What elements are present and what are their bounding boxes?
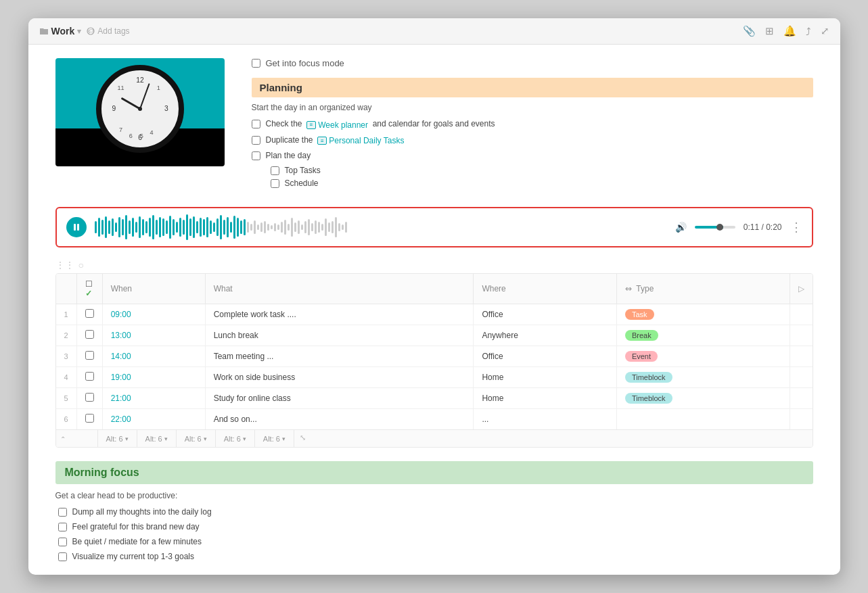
clock-numbers: 12 3 6 9 1 11 7 6 5 4 (101, 70, 179, 147)
volume-slider[interactable] (695, 226, 735, 229)
waveform-bar (139, 216, 141, 238)
waveform-bar (186, 214, 188, 240)
footer-cell-2[interactable]: Alt: 6 ▾ (137, 430, 177, 447)
morning-item-label: Visualize my current top 1-3 goals (72, 552, 195, 561)
th-where: Where (474, 274, 616, 304)
planning-check-3[interactable] (252, 151, 260, 160)
waveform-bar (95, 221, 97, 233)
row-what: Work on side business (205, 367, 474, 388)
svg-text:3: 3 (164, 105, 168, 112)
row-number: 3 (56, 346, 77, 367)
sub-check-top-tasks[interactable] (271, 166, 279, 175)
svg-text:9: 9 (112, 105, 116, 112)
row-when: 13:00 (102, 325, 205, 346)
morning-item-label: Feel grateful for this brand new day (72, 522, 200, 531)
morning-item: Visualize my current top 1-3 goals (58, 552, 813, 561)
volume-icon[interactable]: 🔊 (675, 222, 687, 233)
planning-check-2[interactable] (252, 136, 260, 145)
share-icon[interactable]: ⤴ (806, 26, 811, 37)
focus-mode-checkbox[interactable] (252, 59, 260, 68)
row-checkbox[interactable] (85, 351, 94, 360)
tag-icon: 🏷 (87, 27, 95, 35)
waveform-bar (277, 224, 279, 230)
document-title[interactable]: Work ▾ (39, 26, 82, 37)
row-checkbox[interactable] (85, 309, 94, 318)
waveform-bar (284, 220, 286, 235)
waveform-bar (335, 217, 337, 237)
waveform-bar (108, 220, 110, 234)
focus-mode-label: Get into focus mode (266, 58, 344, 68)
waveform-bar (98, 218, 100, 237)
folder-icon (39, 26, 49, 36)
waveform-bar (142, 219, 144, 235)
footer-cell-1[interactable]: Alt: 6 ▾ (98, 430, 137, 447)
th-drag (56, 274, 77, 304)
expand-icon[interactable]: ⤢ (821, 25, 829, 37)
pause-button[interactable] (66, 217, 87, 237)
waveform-bar (230, 222, 232, 233)
titlebar: Work ▾ 🏷 Add tags 📎 ⊞ 🔔 ⤴ ⤢ (28, 18, 840, 45)
footer-filter-icon[interactable]: ⌃ (60, 435, 66, 443)
footer-cell-5[interactable]: Alt: 6 ▾ (255, 430, 294, 447)
waveform-bar (233, 216, 235, 239)
row-checkbox-cell (76, 325, 102, 346)
waveform-bar (115, 222, 117, 232)
planning-item-3: Plan the day (252, 151, 813, 160)
waveform-bar (210, 220, 212, 234)
attach-icon[interactable]: 📎 (743, 25, 756, 37)
waveform-bar (223, 220, 225, 235)
footer-resize[interactable]: ⤡ (294, 430, 311, 447)
waveform-bar (118, 217, 120, 237)
morning-checkbox[interactable] (58, 538, 67, 546)
waveform-bar (240, 220, 242, 234)
expand-arrow-icon[interactable]: ▷ (798, 284, 804, 293)
morning-checkbox[interactable] (58, 523, 67, 531)
main-window: Work ▾ 🏷 Add tags 📎 ⊞ 🔔 ⤴ ⤢ (28, 18, 840, 575)
waveform-bar (342, 224, 344, 230)
svg-rect-13 (77, 224, 79, 231)
bell-icon[interactable]: 🔔 (783, 25, 796, 37)
add-tags[interactable]: 🏷 Add tags (87, 26, 129, 36)
week-planner-link[interactable]: ≡ Week planner (306, 120, 368, 130)
sub-label-top-tasks: Top Tasks (285, 166, 321, 175)
row-checkbox[interactable] (85, 372, 94, 381)
waveform-bar (260, 222, 262, 232)
waveform-bar (294, 222, 296, 232)
row-checkbox[interactable] (85, 393, 94, 402)
row-checkbox[interactable] (85, 330, 94, 339)
sub-check-schedule[interactable] (271, 179, 279, 188)
row-what: Study for online class (205, 388, 474, 409)
th-checkbox: ☐ ✓ (76, 274, 102, 304)
row-type: Event (616, 346, 790, 367)
morning-checkbox[interactable] (58, 552, 67, 561)
header-checkbox-icon: ☐ (85, 279, 93, 289)
footer-cell-4[interactable]: Alt: 6 ▾ (216, 430, 255, 447)
waveform-bar (183, 220, 185, 235)
week-planner-icon: ≡ (306, 121, 316, 129)
grid-icon[interactable]: ⊞ (765, 25, 774, 37)
table-row: 3 14:00 Team meeting ... Office Event (56, 346, 813, 367)
waveform-bar (291, 218, 293, 237)
footer-cell-3[interactable]: Alt: 6 ▾ (177, 430, 216, 447)
personal-tasks-link[interactable]: ≡ Personal Daily Tasks (317, 136, 404, 145)
audio-player: 🔊 0:11 / 0:20 ⋮ (55, 207, 813, 247)
row-number: 6 (56, 409, 77, 430)
waveform-bar (220, 215, 222, 239)
time-display: 0:11 / 0:20 (744, 222, 782, 232)
waveform[interactable] (95, 214, 667, 241)
waveform-bar (145, 221, 147, 233)
waveform-bar (129, 220, 131, 234)
waveform-bar (254, 220, 256, 234)
morning-checkbox[interactable] (58, 508, 67, 517)
morning-focus-subtitle: Get a clear head to be productive: (55, 491, 813, 500)
waveform-bar (298, 220, 300, 234)
dropdown-arrow[interactable]: ▾ (77, 27, 81, 36)
row-type: Break (616, 325, 790, 346)
more-options-button[interactable]: ⋮ (790, 220, 802, 235)
planning-check-1[interactable] (252, 120, 260, 128)
drag-handle[interactable]: ⋮⋮ (55, 260, 74, 270)
table-row: 1 09:00 Complete work task .... Office T… (56, 304, 813, 325)
svg-text:🏷: 🏷 (88, 28, 93, 34)
sub-item-schedule: Schedule (271, 179, 813, 188)
row-checkbox[interactable] (85, 414, 94, 423)
